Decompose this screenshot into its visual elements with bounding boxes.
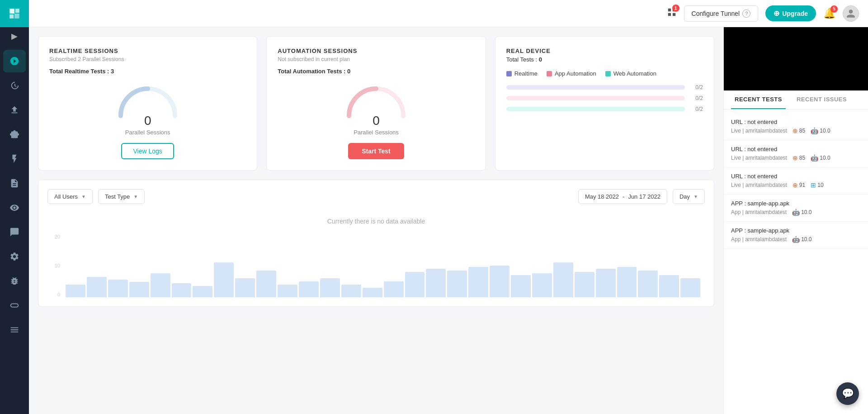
android-icon-4: 🤖 (792, 209, 800, 216)
bar-26 (596, 269, 616, 297)
date-separator: - (623, 193, 624, 200)
upgrade-icon: ⊕ (774, 9, 779, 18)
bar-6 (172, 283, 192, 297)
legend-realtime-label: Realtime (514, 70, 538, 77)
sidebar-item-visual[interactable] (3, 196, 26, 219)
apps-grid-button[interactable]: 1 (667, 7, 677, 19)
automation-total: Total Automation Tests : 0 (278, 68, 474, 75)
test-1-source: Live | amritalambdatest (731, 128, 787, 134)
view-logs-button[interactable]: View Logs (121, 143, 174, 159)
android-icon-2: 🤖 (811, 154, 818, 162)
help-icon[interactable]: ? (742, 10, 750, 18)
recent-test-2: URL : not entered Live | amritalambdates… (724, 140, 868, 167)
sidebar-item-settings[interactable] (3, 245, 26, 268)
legend-app-automation-label: App Automation (555, 70, 596, 77)
topbar: 1 Configure Tunnel ? ⊕ Upgrade 🔔 5 (29, 0, 868, 27)
progress-bg-app (506, 96, 685, 100)
bar-18 (426, 269, 446, 297)
all-users-filter[interactable]: All Users ▼ (47, 189, 93, 204)
legend-app-automation-dot (547, 71, 552, 76)
test-3-os: ⊞ 10 (811, 181, 823, 189)
realtime-title: REALTIME SESSIONS (49, 48, 246, 54)
legend-app-automation: App Automation (547, 70, 596, 77)
configure-tunnel-button[interactable]: Configure Tunnel ? (684, 5, 759, 22)
y-label-10: 10 (55, 263, 60, 268)
automation-gauge-value: 0 (373, 114, 380, 128)
bar-8 (214, 262, 234, 297)
legend-web-automation-dot (605, 71, 611, 76)
date-from: May 18 2022 (585, 193, 619, 200)
bar-20 (468, 267, 488, 297)
tab-recent-tests[interactable]: RECENT TESTS (731, 90, 786, 109)
chrome-icon-1: ⊕ (793, 127, 798, 134)
test-4-url: APP : sample-app.apk (731, 200, 861, 207)
test-4-meta: App | amritalambdatest 🤖 10.0 (731, 209, 861, 216)
automation-subtitle: Not subscribed in current plan (278, 56, 474, 62)
progress-row-web: 0/2 (506, 106, 703, 112)
right-panel-content: URL : not entered Live | amritalambdates… (724, 109, 868, 414)
real-device-title: REAL DEVICE (506, 48, 703, 54)
start-test-button[interactable]: Start Test (348, 143, 404, 159)
test-1-browser: ⊕ 85 (793, 127, 805, 134)
sidebar-item-toggle[interactable] (3, 294, 26, 317)
bar-13 (320, 278, 340, 297)
sidebar-item-home[interactable] (3, 50, 26, 72)
automation-gauge-sub: Parallel Sessions (354, 129, 399, 136)
tab-recent-issues[interactable]: RECENT ISSUES (793, 90, 850, 109)
test-type-filter[interactable]: Test Type ▼ (98, 189, 145, 204)
progress-label-realtime: 0/2 (689, 84, 703, 90)
test-2-meta: Live | amritalambdatest ⊕ 85 🤖 10.0 (731, 154, 861, 162)
test-1-url: URL : not entered (731, 119, 861, 125)
all-users-label: All Users (54, 193, 78, 200)
bar-15 (363, 288, 382, 297)
chart-empty-message: Currently there is no data available (47, 213, 705, 234)
chrome-icon-3: ⊕ (793, 181, 798, 189)
bar-17 (405, 272, 425, 297)
upgrade-button[interactable]: ⊕ Upgrade (765, 5, 816, 21)
test-5-url: APP : sample-app.apk (731, 227, 861, 234)
legend-realtime-dot (506, 71, 512, 76)
test-4-os: 🤖 10.0 (792, 209, 811, 216)
sidebar-item-history[interactable] (3, 74, 26, 97)
right-panel-tabs: RECENT TESTS RECENT ISSUES (724, 90, 868, 109)
realtime-total: Total Realtime Tests : 3 (49, 68, 246, 75)
test-3-meta: Live | amritalambdatest ⊕ 91 ⊞ 10 (731, 181, 861, 189)
bar-19 (447, 271, 467, 297)
user-avatar[interactable] (843, 5, 859, 22)
bar-11 (278, 285, 297, 297)
bar-16 (384, 281, 404, 297)
granularity-filter[interactable]: Day ▼ (673, 189, 705, 204)
progress-row-app: 0/2 (506, 95, 703, 101)
sidebar-item-bug[interactable] (3, 270, 26, 292)
chrome-icon-2: ⊕ (793, 154, 798, 162)
test-5-os: 🤖 10.0 (792, 236, 811, 243)
test-4-source: App | amritalambdatest (731, 209, 787, 215)
sidebar-item-app[interactable] (3, 221, 26, 243)
bar-21 (490, 266, 509, 297)
all-users-chevron: ▼ (81, 194, 86, 199)
sidebar-item-docs[interactable] (3, 172, 26, 195)
date-range-filter[interactable]: May 18 2022 - Jun 17 2022 (578, 189, 667, 204)
granularity-chevron: ▼ (693, 194, 698, 199)
sidebar-expand-btn[interactable]: ▶ (3, 27, 26, 45)
legend-realtime: Realtime (506, 70, 538, 77)
legend-web-automation: Web Automation (605, 70, 656, 77)
chat-widget[interactable]: 💬 (836, 382, 859, 405)
bar-30 (680, 278, 700, 297)
progress-bg-web (506, 107, 685, 111)
sidebar-item-more[interactable] (3, 319, 26, 341)
sidebar-item-lightning[interactable] (3, 148, 26, 170)
bar-1 (66, 285, 85, 297)
notifications-bell[interactable]: 🔔 5 (823, 8, 835, 19)
notifications-badge: 5 (830, 5, 838, 13)
sidebar-item-upload[interactable] (3, 99, 26, 121)
right-panel: RECENT TESTS RECENT ISSUES URL : not ent… (723, 27, 868, 414)
configure-tunnel-label: Configure Tunnel (692, 10, 740, 17)
recent-test-1: URL : not entered Live | amritalambdates… (724, 113, 868, 140)
sidebar-logo[interactable] (0, 0, 29, 27)
test-2-source: Live | amritalambdatest (731, 155, 787, 161)
real-device-legend: Realtime App Automation Web Automation (506, 70, 703, 77)
realtime-gauge: 0 Parallel Sessions (49, 82, 246, 136)
test-2-os: 🤖 10.0 (811, 154, 830, 162)
sidebar-item-automation[interactable] (3, 123, 26, 146)
